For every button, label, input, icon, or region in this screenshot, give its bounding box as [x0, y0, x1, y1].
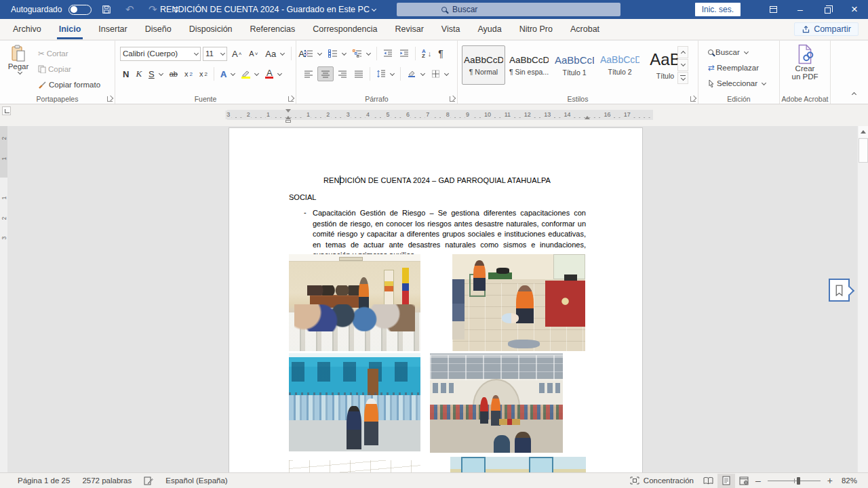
bullets-button[interactable]: [301, 46, 324, 61]
style-t-tulo-2[interactable]: AaBbCcDcTítulo 2: [598, 45, 642, 85]
subscript-button[interactable]: x2: [182, 66, 195, 81]
clipboard-dialog-launcher-icon[interactable]: [107, 96, 113, 102]
vertical-ruler[interactable]: 21123: [0, 126, 7, 472]
autosave-toggle[interactable]: [68, 5, 92, 15]
close-icon[interactable]: ×: [841, 0, 868, 19]
sort-button[interactable]: AZ↓: [419, 46, 434, 61]
document-paragraph[interactable]: Capacitación Gestión de Riesgo – Se gest…: [313, 208, 586, 261]
tab-inicio[interactable]: Inicio: [50, 19, 90, 39]
font-dialog-launcher-icon[interactable]: [288, 96, 294, 102]
document-heading[interactable]: SOCIAL: [289, 193, 316, 201]
numbering-button[interactable]: [326, 46, 349, 61]
zoom-in-button[interactable]: +: [825, 475, 835, 486]
right-indent-marker[interactable]: [585, 116, 590, 119]
tab-acrobat[interactable]: Acrobat: [561, 19, 608, 39]
zoom-slider-thumb[interactable]: [797, 477, 800, 485]
paragraph-dialog-launcher-icon[interactable]: [450, 96, 455, 102]
styles-scroll-up-icon[interactable]: [677, 46, 688, 58]
tab-revisar[interactable]: Revisar: [386, 19, 432, 39]
styles-dialog-launcher-icon[interactable]: [690, 96, 696, 102]
horizontal-ruler[interactable]: 32112345678910111213141617: [227, 110, 653, 120]
style-t-tulo-1[interactable]: AaBbCcDcTítulo 1: [553, 45, 596, 85]
zoom-slider[interactable]: [768, 481, 821, 481]
italic-button[interactable]: K: [133, 66, 144, 81]
format-painter-button[interactable]: Copiar formato: [35, 77, 103, 92]
font-size-select[interactable]: 11: [203, 47, 227, 61]
align-right-button[interactable]: [335, 66, 350, 81]
collapse-ribbon-icon[interactable]: [852, 89, 856, 98]
find-button[interactable]: Buscar: [705, 45, 768, 60]
paste-dropdown-icon[interactable]: [17, 70, 22, 75]
tab-selector[interactable]: [2, 106, 11, 115]
underline-button[interactable]: S: [146, 66, 165, 81]
replace-button[interactable]: ⇄Reemplazar: [705, 60, 768, 75]
word-count[interactable]: 2572 palabras: [76, 473, 138, 488]
tab-vista[interactable]: Vista: [433, 19, 469, 39]
share-button[interactable]: Compartir: [794, 22, 859, 36]
style-normal[interactable]: AaBbCcDc¶ Normal: [462, 45, 505, 85]
superscript-button[interactable]: x2: [197, 66, 210, 81]
tab-correspondencia[interactable]: Correspondencia: [304, 19, 386, 39]
borders-button[interactable]: [429, 66, 451, 81]
paste-button[interactable]: Pegar: [5, 45, 31, 75]
shading-button[interactable]: [404, 66, 427, 81]
minimize-icon[interactable]: –: [787, 0, 814, 19]
strikethrough-button[interactable]: ab: [167, 66, 180, 81]
tab-referencias[interactable]: Referencias: [241, 19, 304, 39]
print-layout-button[interactable]: [717, 474, 735, 488]
copy-button[interactable]: Copiar: [35, 62, 103, 77]
show-paragraph-marks-button[interactable]: ¶: [435, 46, 446, 61]
document-page[interactable]: RENDICIÓN DE CUENTA 2024 – GAD PARROQUIA…: [229, 127, 643, 472]
proofing-status-icon[interactable]: [138, 473, 159, 488]
style-sin-espa[interactable]: AaBbCcDc¶ Sin espa...: [507, 45, 551, 85]
scrollbar-thumb[interactable]: [859, 138, 868, 163]
multilevel-list-button[interactable]: [350, 46, 373, 61]
line-spacing-button[interactable]: [374, 66, 397, 81]
shrink-font-button[interactable]: A˅: [246, 46, 260, 61]
create-pdf-button[interactable]: Crear un PDF: [780, 44, 830, 81]
tab-archivo[interactable]: Archivo: [4, 19, 50, 39]
language-indicator[interactable]: Español (España): [159, 473, 233, 488]
redo-icon[interactable]: ↷: [144, 2, 161, 17]
title-dropdown-icon[interactable]: [372, 6, 376, 11]
justify-button[interactable]: [351, 66, 366, 81]
highlight-button[interactable]: [239, 66, 261, 81]
first-line-indent-marker[interactable]: [285, 109, 291, 113]
decrease-indent-button[interactable]: [380, 46, 395, 61]
align-center-button[interactable]: [317, 66, 334, 81]
hanging-indent-marker[interactable]: [285, 116, 291, 119]
tab-nitro-pro[interactable]: Nitro Pro: [511, 19, 561, 39]
left-indent-marker[interactable]: [285, 120, 291, 123]
restore-icon[interactable]: [814, 0, 841, 19]
focus-mode-button[interactable]: Concentración: [624, 473, 700, 488]
search-box[interactable]: Buscar: [397, 3, 620, 16]
undo-icon[interactable]: ↶: [121, 2, 138, 17]
zoom-level[interactable]: 82%: [835, 473, 868, 488]
tab-disposici-n[interactable]: Disposición: [180, 19, 241, 39]
vertical-scrollbar[interactable]: [857, 126, 868, 472]
increase-indent-button[interactable]: [397, 46, 412, 61]
document-title-text[interactable]: RENDICIÓN DE CUENTA 2024 – GAD PARROQUIA…: [289, 176, 585, 184]
styles-more-icon[interactable]: [677, 72, 688, 84]
align-left-button[interactable]: [301, 66, 316, 81]
web-layout-button[interactable]: [735, 474, 753, 488]
grow-font-button[interactable]: A˄: [229, 46, 244, 61]
save-icon[interactable]: [98, 2, 115, 17]
read-mode-button[interactable]: [700, 474, 717, 488]
ribbon-display-options-icon[interactable]: [760, 0, 787, 19]
select-button[interactable]: Seleccionar: [705, 76, 768, 91]
styles-scroll-down-icon[interactable]: [677, 59, 688, 71]
text-effects-button[interactable]: A: [218, 66, 237, 81]
bold-button[interactable]: N: [120, 66, 132, 81]
font-family-select[interactable]: Calibri (Cuerpo): [120, 47, 201, 61]
font-color-button[interactable]: A: [262, 66, 284, 81]
tab-dise-o[interactable]: Diseño: [136, 19, 180, 39]
scroll-up-icon[interactable]: [859, 126, 868, 138]
cut-button[interactable]: ✂Cortar: [35, 46, 103, 61]
tab-insertar[interactable]: Insertar: [90, 19, 136, 39]
page-indicator[interactable]: Página 1 de 25: [0, 473, 76, 488]
sign-in-button[interactable]: Inic. ses.: [695, 3, 741, 16]
change-case-button[interactable]: Aa: [262, 46, 287, 61]
zoom-out-button[interactable]: –: [753, 475, 764, 486]
resume-reading-bookmark[interactable]: [829, 279, 850, 302]
